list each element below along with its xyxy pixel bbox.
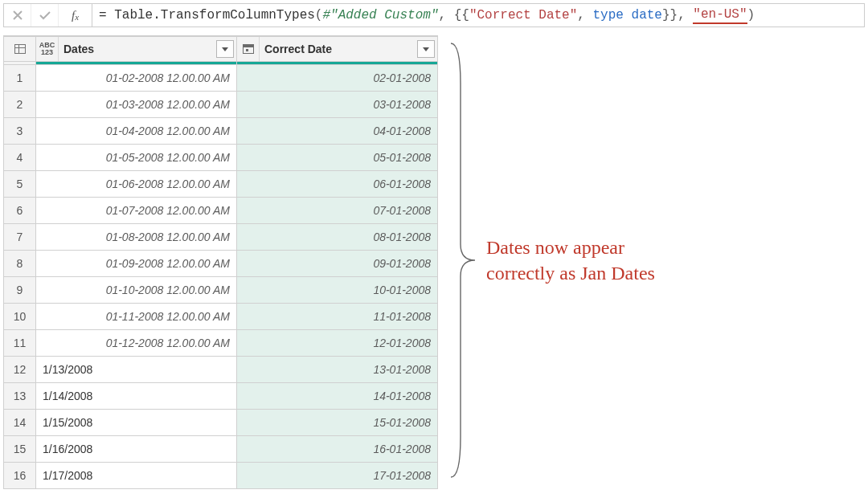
cell-dates[interactable]: 1/14/2008 [36, 383, 237, 410]
filter-dropdown[interactable] [417, 40, 435, 58]
cell-correct-date[interactable]: 03-01-2008 [237, 92, 438, 118]
formula-token-fn: Table.TransformColumnTypes [114, 8, 315, 22]
cell-correct-date[interactable]: 07-01-2008 [237, 198, 438, 224]
cell-correct-date[interactable]: 09-01-2008 [237, 251, 438, 277]
check-icon [39, 10, 51, 20]
cell-dates[interactable]: 01-04-2008 12.00.00 AM [36, 118, 237, 145]
cell-correct-date[interactable]: 14-01-2008 [237, 383, 438, 410]
chevron-down-icon [423, 47, 429, 51]
cell-correct-date[interactable]: 06-01-2008 [237, 171, 438, 198]
formula-token-open: ( [315, 8, 323, 22]
cell-correct-date[interactable]: 11-01-2008 [237, 304, 438, 330]
formula-bar: fx = Table.TransformColumnTypes ( #"Adde… [3, 3, 865, 27]
formula-input[interactable]: = Table.TransformColumnTypes ( #"Added C… [92, 4, 864, 27]
cell-correct-date[interactable]: 15-01-2008 [237, 410, 438, 436]
x-icon [13, 10, 23, 20]
filter-dropdown[interactable] [216, 40, 234, 58]
formula-token-c1: , {{ [438, 8, 469, 22]
cell-correct-date[interactable]: 13-01-2008 [237, 357, 438, 383]
cell-correct-date[interactable]: 08-01-2008 [237, 224, 438, 251]
table-row[interactable]: 701-08-2008 12.00.00 AM08-01-2008 [4, 224, 438, 251]
table-row[interactable]: 401-05-2008 12.00.00 AM05-01-2008 [4, 145, 438, 171]
table-row[interactable]: 151/16/200816-01-2008 [4, 436, 438, 463]
cell-dates[interactable]: 01-08-2008 12.00.00 AM [36, 224, 237, 251]
formula-token-c3: }}, [662, 8, 693, 22]
type-any-icon[interactable]: ABC 123 [36, 37, 59, 61]
cell-correct-date[interactable]: 04-01-2008 [237, 118, 438, 145]
annotation-text: Dates now appear correctly as Jan Dates [486, 235, 655, 287]
row-number[interactable]: 16 [4, 463, 36, 489]
row-number[interactable]: 4 [4, 145, 36, 171]
table-row[interactable]: 601-07-2008 12.00.00 AM07-01-2008 [4, 198, 438, 224]
row-number[interactable]: 12 [4, 357, 36, 383]
brace-icon [443, 35, 483, 485]
formula-token-kw: type date [593, 8, 662, 22]
formula-token-c2: , [577, 8, 592, 22]
cell-dates[interactable]: 01-09-2008 12.00.00 AM [36, 251, 237, 277]
cell-dates[interactable]: 01-02-2008 12.00.00 AM [36, 65, 237, 92]
row-number[interactable]: 3 [4, 118, 36, 145]
data-grid: ABC 123 Dates Correct Date [3, 35, 438, 489]
cell-correct-date[interactable]: 10-01-2008 [237, 277, 438, 304]
column-label: Dates [59, 43, 216, 55]
cell-dates[interactable]: 1/17/2008 [36, 463, 237, 489]
cell-correct-date[interactable]: 02-01-2008 [237, 65, 438, 92]
cell-dates[interactable]: 1/15/2008 [36, 410, 237, 436]
cell-dates[interactable]: 1/13/2008 [36, 357, 237, 383]
chevron-down-icon [222, 47, 228, 51]
row-number[interactable]: 5 [4, 171, 36, 198]
cell-dates[interactable]: 01-06-2008 12.00.00 AM [36, 171, 237, 198]
calendar-icon [243, 44, 254, 54]
table-row[interactable]: 101-02-2008 12.00.00 AM02-01-2008 [4, 65, 438, 92]
table-row[interactable]: 501-06-2008 12.00.00 AM06-01-2008 [4, 171, 438, 198]
row-number[interactable]: 7 [4, 224, 36, 251]
table-row[interactable]: 301-04-2008 12.00.00 AM04-01-2008 [4, 118, 438, 145]
table-row[interactable]: 901-10-2008 12.00.00 AM10-01-2008 [4, 277, 438, 304]
row-number[interactable]: 13 [4, 383, 36, 410]
table-corner-button[interactable] [4, 37, 36, 62]
cell-dates[interactable]: 01-10-2008 12.00.00 AM [36, 277, 237, 304]
formula-token-ref: #"Added Custom" [322, 8, 438, 22]
column-header-dates[interactable]: ABC 123 Dates [36, 37, 237, 62]
row-number[interactable]: 11 [4, 330, 36, 357]
formula-token-str1: "Correct Date" [469, 8, 577, 22]
row-number[interactable]: 6 [4, 198, 36, 224]
cell-dates[interactable]: 01-11-2008 12.00.00 AM [36, 304, 237, 330]
cell-dates[interactable]: 01-05-2008 12.00.00 AM [36, 145, 237, 171]
fx-label: fx [59, 4, 92, 27]
cell-dates[interactable]: 01-03-2008 12.00.00 AM [36, 92, 237, 118]
table-row[interactable]: 121/13/200813-01-2008 [4, 357, 438, 383]
table-row[interactable]: 141/15/200815-01-2008 [4, 410, 438, 436]
table-row[interactable]: 131/14/200814-01-2008 [4, 383, 438, 410]
formula-token-close: ) [747, 8, 755, 22]
row-number[interactable]: 10 [4, 304, 36, 330]
column-header-correct-date[interactable]: Correct Date [237, 37, 438, 62]
formula-token-locale: "en-US" [693, 7, 747, 24]
type-date-icon[interactable] [237, 37, 260, 61]
cell-correct-date[interactable]: 12-01-2008 [237, 330, 438, 357]
cancel-formula-button[interactable] [4, 4, 31, 27]
row-number[interactable]: 8 [4, 251, 36, 277]
row-number[interactable]: 2 [4, 92, 36, 118]
table-row[interactable]: 1101-12-2008 12.00.00 AM12-01-2008 [4, 330, 438, 357]
accept-formula-button[interactable] [31, 4, 59, 27]
cell-correct-date[interactable]: 16-01-2008 [237, 436, 438, 463]
table-row[interactable]: 161/17/200817-01-2008 [4, 463, 438, 489]
cell-dates[interactable]: 01-07-2008 12.00.00 AM [36, 198, 237, 224]
row-number[interactable]: 15 [4, 436, 36, 463]
column-label: Correct Date [260, 43, 417, 55]
table-icon [14, 44, 26, 54]
cell-dates[interactable]: 01-12-2008 12.00.00 AM [36, 330, 237, 357]
cell-correct-date[interactable]: 17-01-2008 [237, 463, 438, 489]
annotation: Dates now appear correctly as Jan Dates [443, 35, 655, 485]
table-row[interactable]: 801-09-2008 12.00.00 AM09-01-2008 [4, 251, 438, 277]
table-row[interactable]: 201-03-2008 12.00.00 AM03-01-2008 [4, 92, 438, 118]
row-number[interactable]: 14 [4, 410, 36, 436]
cell-correct-date[interactable]: 05-01-2008 [237, 145, 438, 171]
formula-token-eq: = [99, 8, 114, 22]
table-row[interactable]: 1001-11-2008 12.00.00 AM11-01-2008 [4, 304, 438, 330]
cell-dates[interactable]: 1/16/2008 [36, 436, 237, 463]
row-number[interactable]: 9 [4, 277, 36, 304]
row-number[interactable]: 1 [4, 65, 36, 92]
